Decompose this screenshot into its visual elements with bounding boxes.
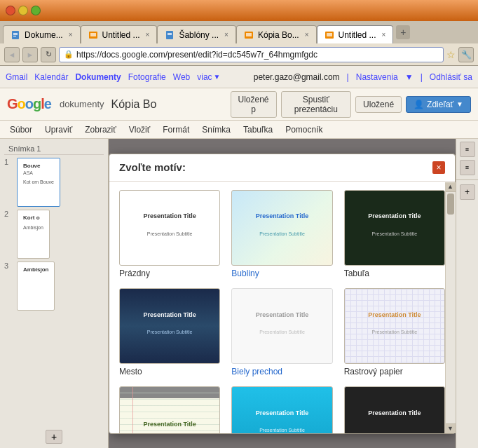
scroll-track — [446, 192, 456, 423]
slide-3-row: 3 Ambisjon — [4, 262, 104, 311]
maximize-window-button[interactable] — [31, 6, 41, 15]
menu-vlozit[interactable]: Vložiť — [123, 123, 156, 137]
menu-pomocnik[interactable]: Pomocník — [280, 123, 328, 137]
slides-icon-3 — [325, 30, 334, 40]
template-city-thumb: Presentation Title Presentation Subtitle — [119, 288, 220, 364]
google-logo: Google — [7, 96, 51, 112]
modal-body[interactable]: Presentation Title Presentation Subtitle… — [109, 182, 455, 433]
web-link[interactable]: Web — [173, 72, 190, 82]
tab-close-icon[interactable]: × — [69, 31, 73, 39]
chevron-down-icon: ▼ — [214, 73, 221, 81]
svg-rect-1 — [13, 33, 18, 34]
menu-format[interactable]: Formát — [157, 123, 195, 137]
slide-2-row: 2 Kort o Ambisjon — [4, 210, 104, 259]
url-bar[interactable]: 🔒 https://docs.google.com/present/edit?i… — [59, 47, 444, 62]
menu-bar: Súbor Upraviť Zobraziť Vložiť Formát Sní… — [0, 121, 478, 139]
lock-icon: 🔒 — [64, 50, 74, 59]
zoom-in-button[interactable]: + — [460, 184, 475, 200]
template-blackboard-thumb: Presentation Title Presentation Subtitle — [344, 190, 445, 266]
svg-rect-5 — [90, 33, 96, 36]
slide-3-thumb[interactable]: Ambisjon — [17, 262, 55, 311]
refresh-button[interactable]: ↻ — [41, 47, 56, 62]
template-dark-thumb: Presentation Title — [344, 386, 445, 433]
add-tab-button[interactable]: + — [396, 25, 410, 39]
align-right-icon[interactable]: ≡ — [460, 160, 475, 175]
saved-status-button[interactable]: Uložené — [355, 96, 402, 113]
template-white-trans[interactable]: Presentation Title Presentation Subtitle… — [231, 288, 332, 376]
present-button[interactable]: Spustiť prezentáciu — [281, 91, 352, 118]
slide-2-number: 2 — [4, 210, 14, 218]
tab-close-icon-2[interactable]: × — [146, 31, 150, 39]
templates-grid: Presentation Title Presentation Subtitle… — [119, 190, 445, 433]
scroll-down-button[interactable]: ▼ — [446, 423, 456, 433]
tab-close-icon-5[interactable]: × — [382, 31, 386, 39]
slide-3-number: 3 — [4, 262, 14, 270]
template-notebook-thumb: Presentation Title — [119, 386, 220, 433]
app-name-label: dokumenty — [60, 99, 104, 109]
template-blackboard-label: Tabuľa — [344, 269, 445, 278]
url-text: https://docs.google.com/present/edit?id=… — [76, 50, 317, 60]
add-slide-button[interactable]: + — [46, 430, 62, 444]
modal-header: Zvoľte motív: × — [109, 154, 455, 182]
svg-rect-7 — [168, 33, 172, 34]
slides-sidebar: Snímka 1 1 Bouve ASA Kot om Bouve 2 Kort… — [0, 139, 109, 448]
kalendar-link[interactable]: Kalendár — [34, 72, 68, 82]
fotografie-link[interactable]: Fotografie — [128, 72, 166, 82]
wrench-icon: 🔧 — [461, 50, 472, 60]
template-bubble-thumb: Presentation Title Presentation Subtitle — [231, 190, 332, 266]
dokumenty-link[interactable]: Dokumenty — [75, 72, 121, 82]
chevron-down-icon-share: ▼ — [456, 100, 463, 108]
slides-icon-2 — [244, 30, 254, 40]
menu-snimka[interactable]: Snímka — [196, 123, 236, 137]
template-dark[interactable]: Presentation Title Tmavá — [344, 386, 445, 433]
svg-rect-12 — [327, 33, 332, 36]
tools-button[interactable]: 🔧 — [458, 47, 474, 62]
template-graph[interactable]: Presentation Title Presentation Subtitle… — [344, 288, 445, 376]
menu-tabulka[interactable]: Tabuľka — [238, 123, 278, 137]
right-panel: ≡ ≡ + — [456, 139, 478, 448]
align-left-icon[interactable]: ≡ — [460, 142, 475, 157]
menu-subor[interactable]: Súbor — [4, 123, 38, 137]
tab-close-icon-3[interactable]: × — [224, 31, 228, 39]
template-blackboard[interactable]: Presentation Title Presentation Subtitle… — [344, 190, 445, 278]
modal-close-button[interactable]: × — [432, 161, 445, 174]
logout-link[interactable]: Odhlásiť sa — [430, 72, 472, 82]
forward-button[interactable]: ► — [22, 47, 38, 62]
scroll-up-button[interactable]: ▲ — [446, 182, 456, 192]
template-notebook[interactable]: Presentation Title Zápisník — [119, 386, 220, 433]
back-button[interactable]: ◄ — [4, 47, 20, 62]
settings-link[interactable]: Nastavenia — [356, 72, 398, 82]
app-header: Google dokumenty Uložené p Spustiť preze… — [0, 88, 478, 121]
template-bubble[interactable]: Presentation Title Presentation Subtitle… — [231, 190, 332, 278]
slides-icon-1 — [88, 30, 98, 40]
tab-dokume[interactable]: Dokume... × — [3, 25, 81, 43]
tab-close-icon-4[interactable]: × — [305, 31, 309, 39]
doc-icon-2 — [165, 30, 175, 40]
tab-untitled-2[interactable]: Untitled ... × — [317, 25, 394, 43]
menu-upravit[interactable]: Upraviť — [39, 123, 78, 137]
tab-untitled-1[interactable]: Untitled ... × — [81, 25, 158, 43]
slide-1-thumb[interactable]: Bouve ASA Kot om Bouve — [17, 158, 60, 207]
share-button[interactable]: 👤 Zdieľať ▼ — [406, 96, 471, 113]
template-city[interactable]: Presentation Title Presentation Subtitle… — [119, 288, 220, 376]
template-blank[interactable]: Presentation Title Presentation Subtitle… — [119, 190, 220, 278]
menu-zobrazit[interactable]: Zobraziť — [79, 123, 122, 137]
canvas-area: Presentation Title Presentation Subtitle… — [109, 139, 456, 448]
autosave-status-button[interactable]: Uložené p — [231, 91, 277, 118]
close-window-button[interactable] — [6, 6, 15, 15]
tab-kopia[interactable]: Kópia Bo... × — [236, 25, 317, 43]
tab-sablony[interactable]: Šablóny ... × — [157, 25, 236, 43]
title-bar — [0, 0, 478, 21]
scroll-thumb[interactable] — [447, 194, 454, 215]
slide-2-thumb[interactable]: Kort o Ambisjon — [17, 210, 50, 259]
gmail-link[interactable]: Gmail — [6, 72, 27, 82]
document-title-input[interactable] — [111, 98, 224, 111]
template-graph-thumb: Presentation Title Presentation Subtitle — [344, 288, 445, 364]
viac-link[interactable]: viac▼ — [197, 72, 220, 82]
template-cyan[interactable]: Presentation Title Presentation Subtitle… — [231, 386, 332, 433]
bookmark-star-icon[interactable]: ☆ — [446, 49, 456, 60]
template-graph-label: Rastrový papier — [344, 367, 445, 376]
template-city-label: Mesto — [119, 367, 220, 376]
minimize-window-button[interactable] — [18, 6, 28, 15]
slide-1-number: 1 — [4, 158, 14, 166]
